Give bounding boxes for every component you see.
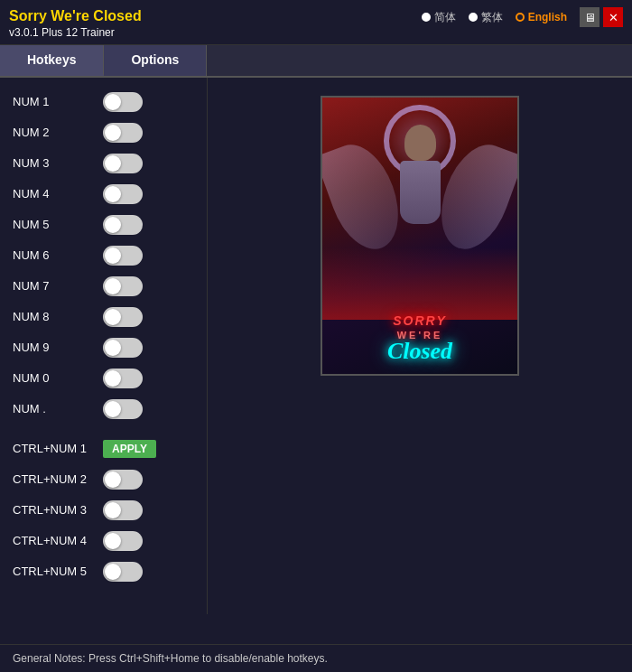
angel-head (404, 125, 436, 161)
toggle-num2[interactable] (103, 123, 143, 143)
toggle-ctrlnum4[interactable] (103, 531, 143, 551)
toggle-num6[interactable] (103, 246, 143, 266)
title-bar: Sorry We're Closed v3.0.1 Plus 12 Traine… (0, 0, 632, 45)
hotkey-row: NUM 8 (0, 302, 207, 332)
game-cover: SORRY WE'RE Closed (321, 96, 519, 376)
hotkey-label: NUM 4 (13, 187, 103, 201)
radio-english (516, 13, 525, 22)
hotkey-label: NUM 1 (13, 95, 103, 108)
toggle-num7[interactable] (103, 276, 143, 296)
hotkey-row: NUM 3 (0, 148, 207, 179)
main-content: NUM 1 NUM 2 NUM 3 NUM 4 (0, 78, 632, 614)
hotkey-row: CTRL+NUM 3 (0, 495, 207, 526)
logo-sorry: SORRY (393, 313, 447, 328)
hotkeys-panel: NUM 1 NUM 2 NUM 3 NUM 4 (0, 78, 208, 614)
hotkey-label: CTRL+NUM 4 (13, 534, 103, 547)
hotkey-label: NUM 0 (13, 371, 103, 385)
hotkey-row: NUM 2 (0, 117, 207, 148)
toggle-num5[interactable] (103, 215, 143, 235)
toggle-ctrlnum3[interactable] (103, 500, 143, 520)
lang-traditional-label: 繁体 (481, 10, 503, 25)
hotkey-row: NUM . (0, 394, 207, 425)
monitor-button[interactable]: 🖥 (580, 7, 599, 27)
hotkey-row: NUM 4 (0, 179, 207, 210)
radio-simplified (422, 13, 431, 22)
hotkey-label: CTRL+NUM 1 (13, 442, 103, 455)
hotkey-label: CTRL+NUM 2 (13, 472, 103, 486)
art-panel: SORRY WE'RE Closed (208, 78, 632, 614)
toggle-num8[interactable] (103, 307, 143, 327)
toggle-numdot[interactable] (103, 399, 143, 419)
hotkey-row: NUM 9 (0, 332, 207, 363)
lang-english[interactable]: English (516, 11, 567, 23)
game-title: Sorry We're Closed (9, 7, 142, 26)
tab-bar: Hotkeys Options (0, 45, 632, 78)
logo-closed: Closed (322, 338, 517, 365)
hotkey-label: NUM 7 (13, 279, 103, 293)
red-splash (322, 247, 517, 320)
tab-hotkeys[interactable]: Hotkeys (0, 45, 104, 76)
toggle-num0[interactable] (103, 369, 143, 388)
footer: General Notes: Press Ctrl+Shift+Home to … (0, 644, 632, 672)
hotkey-row: CTRL+NUM 4 (0, 526, 207, 556)
hotkey-label: NUM 9 (13, 341, 103, 354)
apply-button[interactable]: APPLY (103, 440, 156, 458)
radio-traditional (469, 13, 478, 22)
hotkey-label: NUM 5 (13, 218, 103, 231)
window-controls: 🖥 ✕ (580, 7, 623, 27)
hotkey-row: CTRL+NUM 5 (0, 556, 207, 587)
toggle-ctrlnum5[interactable] (103, 562, 143, 582)
hotkey-label: NUM 3 (13, 156, 103, 170)
toggle-num1[interactable] (103, 92, 143, 112)
hotkey-label: CTRL+NUM 3 (13, 503, 103, 517)
lang-simplified[interactable]: 简体 (422, 10, 456, 25)
lang-traditional[interactable]: 繁体 (469, 10, 503, 25)
lang-english-label: English (528, 11, 567, 23)
toggle-num3[interactable] (103, 154, 143, 173)
tab-options[interactable]: Options (104, 45, 207, 76)
hotkey-row: NUM 7 (0, 271, 207, 302)
hotkey-label: NUM 6 (13, 248, 103, 262)
hotkey-row: NUM 5 (0, 210, 207, 240)
hotkey-row: NUM 1 (0, 87, 207, 117)
hotkey-row: CTRL+NUM 2 (0, 464, 207, 495)
hotkey-row: NUM 6 (0, 240, 207, 271)
close-button[interactable]: ✕ (603, 7, 623, 27)
toggle-ctrlnum2[interactable] (103, 470, 143, 490)
title-info: Sorry We're Closed v3.0.1 Plus 12 Traine… (9, 7, 142, 39)
hotkey-row: NUM 0 (0, 363, 207, 394)
angel-torso (400, 161, 441, 224)
toggle-num9[interactable] (103, 338, 143, 358)
hotkey-label: CTRL+NUM 5 (13, 565, 103, 578)
toggle-num4[interactable] (103, 184, 143, 204)
language-options: 简体 繁体 English (422, 10, 567, 25)
trainer-version: v3.0.1 Plus 12 Trainer (9, 26, 142, 39)
cover-logo: SORRY WE'RE Closed (322, 314, 517, 365)
lang-simplified-label: 简体 (434, 10, 456, 25)
hotkey-label: NUM . (13, 402, 103, 415)
hotkey-label: NUM 8 (13, 310, 103, 323)
hotkey-label: NUM 2 (13, 126, 103, 139)
hotkey-row: CTRL+NUM 1 APPLY (0, 434, 207, 464)
footer-text: General Notes: Press Ctrl+Shift+Home to … (13, 652, 328, 665)
angel-body (393, 125, 447, 233)
